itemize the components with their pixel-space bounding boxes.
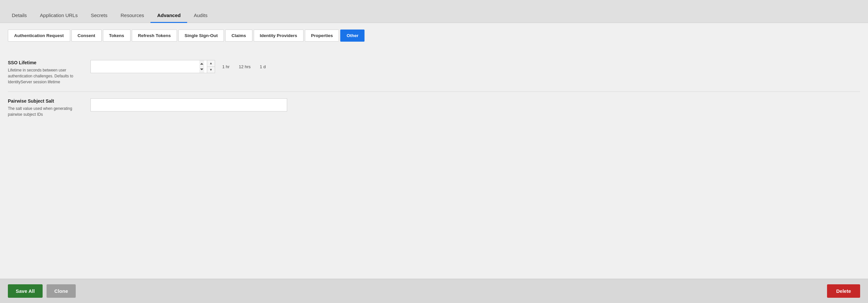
sso-lifetime-label: SSO Lifetime bbox=[8, 60, 80, 65]
pairwise-subject-salt-input[interactable] bbox=[90, 98, 287, 112]
sso-lifetime-label-group: SSO Lifetime Lifetime in seconds between… bbox=[8, 60, 80, 85]
delete-button[interactable]: Delete bbox=[827, 284, 860, 298]
pairwise-input-group bbox=[90, 98, 860, 112]
action-bar-left: Save All Clone bbox=[8, 284, 76, 298]
sso-lifetime-increment[interactable]: ▲ bbox=[207, 60, 215, 67]
sub-tab-refresh-tokens[interactable]: Refresh Tokens bbox=[132, 30, 177, 42]
top-nav-tab-application-urls[interactable]: Application URLs bbox=[33, 8, 84, 23]
sso-lifetime-input-wrap: ▲ ▼ bbox=[90, 60, 215, 73]
sub-tab-identity-providers[interactable]: Identity Providers bbox=[254, 30, 304, 42]
action-bar: Save All Clone Delete bbox=[0, 279, 868, 303]
clone-button[interactable]: Clone bbox=[46, 284, 76, 298]
top-nav-tab-advanced[interactable]: Advanced bbox=[151, 8, 187, 23]
sub-tab-tokens[interactable]: Tokens bbox=[103, 30, 130, 42]
sso-lifetime-description: Lifetime in seconds between user authent… bbox=[8, 67, 80, 85]
sso-lifetime-1hr[interactable]: 1 hr bbox=[220, 63, 231, 70]
pairwise-label: Pairwise Subject Salt bbox=[8, 98, 80, 103]
pairwise-label-group: Pairwise Subject Salt The salt value use… bbox=[8, 98, 80, 117]
sso-lifetime-input-group: ▲ ▼ 1 hr 12 hrs 1 d bbox=[90, 60, 860, 73]
sub-tab-properties[interactable]: Properties bbox=[305, 30, 339, 42]
pairwise-subject-salt-section: Pairwise Subject Salt The salt value use… bbox=[8, 92, 860, 124]
main-content: Authentication RequestConsentTokensRefre… bbox=[0, 23, 868, 279]
sso-lifetime-spinners: ▲ ▼ bbox=[207, 60, 215, 73]
sub-tab-other[interactable]: Other bbox=[340, 30, 365, 42]
sso-lifetime-decrement[interactable]: ▼ bbox=[207, 67, 215, 73]
sso-lifetime-section: SSO Lifetime Lifetime in seconds between… bbox=[8, 54, 860, 92]
top-nav-tab-details[interactable]: Details bbox=[5, 8, 33, 23]
pairwise-description: The salt value used when generating pair… bbox=[8, 105, 80, 117]
top-nav-tab-audits[interactable]: Audits bbox=[187, 8, 214, 23]
save-all-button[interactable]: Save All bbox=[8, 284, 42, 298]
top-nav-tab-secrets[interactable]: Secrets bbox=[84, 8, 114, 23]
sub-tabs-bar: Authentication RequestConsentTokensRefre… bbox=[8, 30, 860, 43]
top-nav-tab-resources[interactable]: Resources bbox=[114, 8, 151, 23]
sso-lifetime-12hrs[interactable]: 12 hrs bbox=[237, 63, 252, 70]
sub-tab-single-sign-out[interactable]: Single Sign-Out bbox=[178, 30, 224, 42]
top-nav: DetailsApplication URLsSecretsResourcesA… bbox=[0, 0, 868, 23]
sso-lifetime-1d[interactable]: 1 d bbox=[258, 63, 268, 70]
sso-lifetime-input[interactable] bbox=[90, 60, 215, 73]
sub-tab-consent[interactable]: Consent bbox=[71, 30, 102, 42]
sub-tab-authentication-request[interactable]: Authentication Request bbox=[8, 30, 70, 42]
sub-tab-claims[interactable]: Claims bbox=[225, 30, 252, 42]
